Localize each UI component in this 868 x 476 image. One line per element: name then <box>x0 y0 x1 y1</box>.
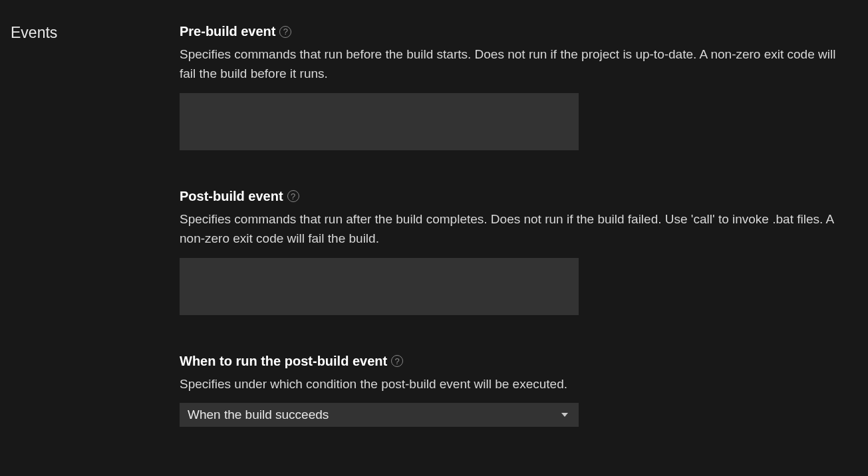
setting-title-row: When to run the post-build event ? <box>180 354 848 369</box>
sidebar: Events <box>0 24 180 427</box>
setting-title-row: Post-build event ? <box>180 189 848 204</box>
help-icon[interactable]: ? <box>391 355 403 367</box>
setting-post-build-event: Post-build event ? Specifies commands th… <box>180 189 848 318</box>
setting-title-row: Pre-build event ? <box>180 24 848 39</box>
chevron-down-icon <box>561 413 568 417</box>
setting-title-text: When to run the post-build event <box>180 354 387 369</box>
dropdown-selected-label: When the build succeeds <box>188 408 329 422</box>
setting-description: Specifies commands that run before the b… <box>180 45 838 84</box>
post-build-event-input[interactable] <box>180 258 579 315</box>
post-build-condition-dropdown[interactable]: When the build succeeds <box>180 403 579 427</box>
help-icon[interactable]: ? <box>279 26 291 38</box>
setting-title-text: Post-build event <box>180 189 283 204</box>
main-content: Pre-build event ? Specifies commands tha… <box>180 24 868 427</box>
section-title-events: Events <box>11 24 180 42</box>
setting-description: Specifies under which condition the post… <box>180 374 838 394</box>
setting-title-text: Pre-build event <box>180 24 275 39</box>
settings-page: Events Pre-build event ? Specifies comma… <box>0 0 868 427</box>
setting-pre-build-event: Pre-build event ? Specifies commands tha… <box>180 24 848 153</box>
setting-post-build-condition: When to run the post-build event ? Speci… <box>180 354 848 427</box>
pre-build-event-input[interactable] <box>180 93 579 150</box>
help-icon[interactable]: ? <box>287 190 299 202</box>
setting-description: Specifies commands that run after the bu… <box>180 209 838 249</box>
